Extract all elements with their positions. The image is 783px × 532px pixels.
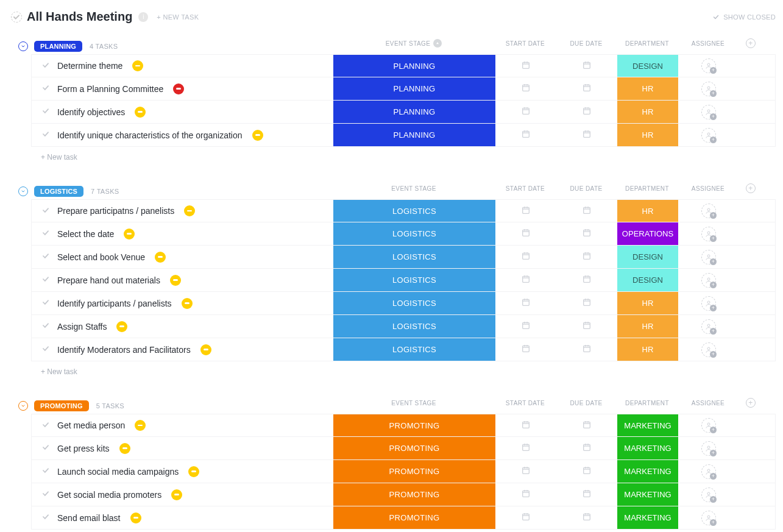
- event-stage-cell[interactable]: PLANNING: [333, 124, 495, 146]
- start-date-cell[interactable]: [495, 200, 556, 222]
- assignee-cell[interactable]: +: [678, 338, 739, 361]
- department-cell[interactable]: DESIGN: [617, 55, 678, 77]
- department-cell[interactable]: MARKETING: [617, 437, 678, 459]
- assignee-cell[interactable]: +: [678, 55, 739, 77]
- assignee-cell[interactable]: +: [678, 246, 739, 268]
- due-date-cell[interactable]: [556, 506, 617, 529]
- department-cell[interactable]: HR: [617, 338, 678, 361]
- assign-user-icon[interactable]: +: [701, 319, 716, 334]
- start-date-cell[interactable]: [495, 101, 556, 123]
- event-stage-cell[interactable]: LOGISTICS: [333, 338, 495, 361]
- assign-user-icon[interactable]: +: [701, 82, 716, 96]
- due-date-cell[interactable]: [556, 437, 617, 459]
- event-stage-cell[interactable]: LOGISTICS: [333, 200, 495, 222]
- priority-icon[interactable]: [184, 205, 195, 216]
- event-stage-cell[interactable]: PLANNING: [333, 101, 495, 123]
- complete-check-icon[interactable]: [41, 229, 50, 239]
- due-date-cell[interactable]: [556, 200, 617, 222]
- assignee-cell[interactable]: +: [678, 483, 739, 506]
- start-date-cell[interactable]: [495, 414, 556, 436]
- priority-icon[interactable]: [116, 321, 127, 332]
- collapse-toggle[interactable]: [18, 41, 28, 51]
- department-cell[interactable]: DESIGN: [617, 269, 678, 291]
- complete-check-icon[interactable]: [41, 107, 50, 117]
- new-task-row[interactable]: + New task: [31, 530, 776, 532]
- priority-icon[interactable]: [124, 229, 135, 239]
- assign-user-icon[interactable]: +: [701, 296, 716, 311]
- due-date-cell[interactable]: [556, 124, 617, 146]
- priority-icon[interactable]: [171, 489, 182, 500]
- new-task-row[interactable]: + New task: [31, 147, 776, 168]
- task-row[interactable]: Determine theme PLANNING DESIGN +: [31, 54, 776, 77]
- assign-user-icon[interactable]: +: [701, 227, 716, 241]
- task-row[interactable]: Get social media promoters PROMOTING MAR…: [31, 483, 776, 506]
- assignee-cell[interactable]: +: [678, 200, 739, 222]
- task-row[interactable]: Identify unique characteristics of the o…: [31, 124, 776, 147]
- department-cell[interactable]: HR: [617, 292, 678, 314]
- event-stage-cell[interactable]: PROMOTING: [333, 414, 495, 436]
- due-date-cell[interactable]: [556, 77, 617, 100]
- priority-icon[interactable]: [135, 420, 146, 431]
- assignee-cell[interactable]: +: [678, 124, 739, 146]
- task-row[interactable]: Assign Staffs LOGISTICS HR +: [31, 315, 776, 338]
- task-row[interactable]: Select the date LOGISTICS OPERATIONS +: [31, 222, 776, 246]
- complete-check-icon[interactable]: [41, 252, 50, 262]
- complete-check-icon[interactable]: [41, 61, 50, 71]
- event-stage-cell[interactable]: LOGISTICS: [333, 269, 495, 291]
- department-cell[interactable]: HR: [617, 315, 678, 338]
- assign-user-icon[interactable]: +: [701, 273, 716, 288]
- task-row[interactable]: Identify participants / panelists LOGIST…: [31, 292, 776, 315]
- task-row[interactable]: Launch social media campaigns PROMOTING …: [31, 460, 776, 483]
- task-row[interactable]: Identify Moderators and Facilitators LOG…: [31, 338, 776, 361]
- start-date-cell[interactable]: [495, 506, 556, 529]
- due-date-cell[interactable]: [556, 246, 617, 268]
- event-stage-cell[interactable]: PLANNING: [333, 55, 495, 77]
- start-date-cell[interactable]: [495, 460, 556, 483]
- priority-icon[interactable]: [200, 344, 211, 355]
- complete-check-icon[interactable]: [41, 443, 50, 453]
- priority-icon[interactable]: [182, 298, 193, 309]
- event-stage-cell[interactable]: LOGISTICS: [333, 246, 495, 268]
- complete-check-icon[interactable]: [41, 489, 50, 500]
- priority-icon[interactable]: [188, 466, 199, 477]
- due-date-cell[interactable]: [556, 483, 617, 506]
- department-cell[interactable]: HR: [617, 200, 678, 222]
- start-date-cell[interactable]: [495, 437, 556, 459]
- due-date-cell[interactable]: [556, 55, 617, 77]
- assignee-cell[interactable]: +: [678, 269, 739, 291]
- event-stage-cell[interactable]: PROMOTING: [333, 506, 495, 529]
- group-badge[interactable]: LOGISTICS: [34, 186, 83, 197]
- new-task-button[interactable]: + NEW TASK: [157, 13, 199, 21]
- complete-check-icon[interactable]: [41, 512, 50, 523]
- department-cell[interactable]: HR: [617, 124, 678, 146]
- department-cell[interactable]: MARKETING: [617, 506, 678, 529]
- department-cell[interactable]: HR: [617, 77, 678, 100]
- assign-user-icon[interactable]: +: [701, 204, 716, 218]
- event-stage-cell[interactable]: PROMOTING: [333, 483, 495, 506]
- department-cell[interactable]: OPERATIONS: [617, 222, 678, 245]
- due-date-cell[interactable]: [556, 460, 617, 483]
- start-date-cell[interactable]: [495, 338, 556, 361]
- start-date-cell[interactable]: [495, 124, 556, 146]
- department-cell[interactable]: MARKETING: [617, 414, 678, 436]
- start-date-cell[interactable]: [495, 222, 556, 245]
- department-cell[interactable]: DESIGN: [617, 246, 678, 268]
- show-closed-toggle[interactable]: SHOW CLOSED: [712, 13, 776, 21]
- assignee-cell[interactable]: +: [678, 437, 739, 459]
- complete-check-icon[interactable]: [41, 420, 50, 431]
- assign-user-icon[interactable]: +: [701, 59, 716, 73]
- assignee-cell[interactable]: +: [678, 506, 739, 529]
- assignee-cell[interactable]: +: [678, 77, 739, 100]
- group-badge[interactable]: PLANNING: [34, 41, 82, 52]
- assignee-cell[interactable]: +: [678, 292, 739, 314]
- assign-user-icon[interactable]: +: [701, 418, 716, 433]
- assignee-cell[interactable]: +: [678, 222, 739, 245]
- complete-check-icon[interactable]: [41, 130, 50, 140]
- priority-icon[interactable]: [173, 83, 184, 94]
- due-date-cell[interactable]: [556, 292, 617, 314]
- start-date-cell[interactable]: [495, 246, 556, 268]
- complete-check-icon[interactable]: [41, 298, 50, 308]
- task-row[interactable]: Identify objectives PLANNING HR +: [31, 101, 776, 124]
- due-date-cell[interactable]: [556, 315, 617, 338]
- complete-check-icon[interactable]: [41, 466, 50, 477]
